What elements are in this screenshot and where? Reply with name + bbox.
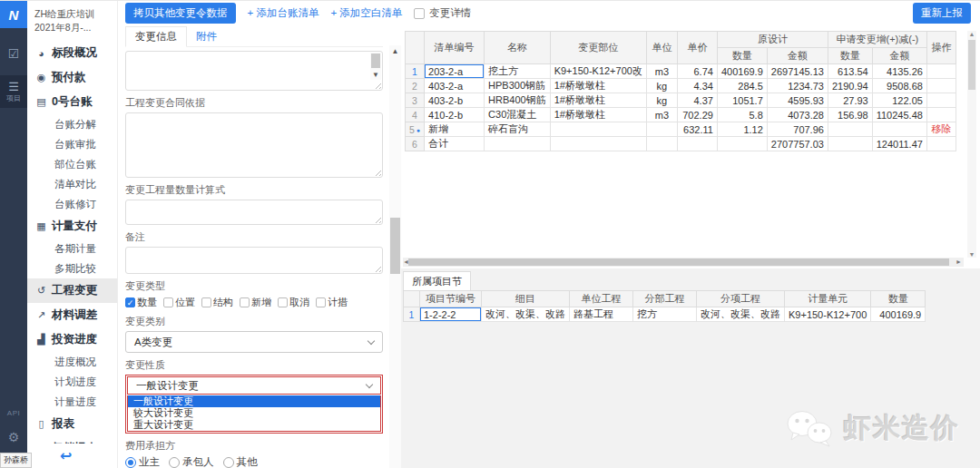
table-cell[interactable]: 122.05	[872, 93, 926, 108]
scrollbar-thumb[interactable]	[968, 40, 975, 90]
sidebar-item-18[interactable]: ▣归档报表	[27, 436, 117, 444]
sidebar-item-1[interactable]: ◉预付款	[27, 65, 117, 90]
table-cell[interactable]	[926, 137, 956, 151]
table-cell[interactable]: 1#桥墩墩柱	[550, 108, 646, 122]
table-cell[interactable]	[828, 137, 872, 151]
table-cell[interactable]: 403-2-b	[425, 93, 485, 108]
sidebar-item-2[interactable]: ▤0号台账	[27, 90, 117, 114]
table-cell[interactable]: 1-2-2-2	[420, 307, 482, 322]
table-cell[interactable]: 1.12	[717, 122, 767, 137]
table-cell[interactable]	[550, 122, 646, 137]
resize-grip-icon[interactable]	[373, 168, 381, 176]
change-nature-select[interactable]: 一般设计变更	[127, 376, 381, 395]
row-number[interactable]: 1	[406, 64, 425, 79]
cost-bearer-option[interactable]: 承包人	[169, 455, 214, 468]
sidebar-item-14[interactable]: 进度概况	[27, 352, 117, 372]
checkbox-icon[interactable]	[278, 297, 288, 307]
table-cell[interactable]: HRB400钢筋	[485, 93, 551, 108]
table-cell[interactable]: 613.54	[828, 64, 872, 79]
dropdown-option[interactable]: 一般设计变更	[128, 395, 380, 407]
cost-bearer-option[interactable]: 其他	[223, 455, 258, 468]
table-cell[interactable]: 284.5	[717, 79, 767, 93]
sidebar-item-5[interactable]: 部位台账	[27, 154, 117, 174]
scroll-down-icon[interactable]: ▼	[370, 71, 381, 80]
table-cell[interactable]: 6.74	[677, 64, 717, 79]
sidebar-item-4[interactable]: 台账审批	[27, 134, 117, 154]
table-cell[interactable]: 410-2-b	[425, 108, 485, 122]
table-cell[interactable]: 2190.94	[828, 79, 872, 93]
add-blank-list-button[interactable]: + 添加空白清单	[330, 6, 402, 20]
table-cell[interactable]: 203-2-a	[425, 64, 485, 79]
table-cell[interactable]: HPB300钢筋	[485, 79, 551, 93]
cost-bearer-option[interactable]: 业主	[125, 455, 160, 468]
table-cell[interactable]: 4073.28	[767, 108, 828, 122]
table-cell[interactable]: K9+150-K12+700	[785, 307, 871, 322]
table-cell[interactable]: 路基工程	[570, 307, 633, 322]
contract-basis-textarea[interactable]	[125, 112, 383, 178]
tasks-icon[interactable]: ☑	[8, 46, 20, 61]
row-number[interactable]: 2	[406, 79, 425, 93]
table-cell[interactable]: 5.8	[717, 108, 767, 122]
table-cell[interactable]: 4595.93	[767, 93, 828, 108]
table-cell[interactable]: 合计	[425, 137, 485, 151]
resize-grip-icon[interactable]	[373, 215, 381, 223]
sidebar-item-6[interactable]: 清单对比	[27, 174, 117, 194]
sidebar-item-3[interactable]: 台账分解	[27, 114, 117, 134]
table-cell[interactable]: 2697145.13	[767, 64, 828, 79]
resubmit-button[interactable]: 重新上报	[913, 3, 971, 24]
table-cell[interactable]: 707.96	[767, 122, 828, 137]
sidebar-item-11[interactable]: ↺工程变更	[27, 278, 117, 303]
row-number[interactable]: 6	[406, 137, 425, 151]
change-type-option[interactable]: 位置	[163, 296, 195, 309]
table-cell[interactable]	[646, 122, 677, 137]
table-cell[interactable]: 400169.9	[717, 64, 767, 79]
change-type-option[interactable]: ✓数量	[125, 296, 157, 309]
row-number[interactable]: 1	[404, 307, 420, 322]
change-detail-checkbox[interactable]: 变更详情	[414, 6, 471, 20]
table-cell[interactable]: 156.98	[828, 108, 872, 122]
table-cell[interactable]: 124011.47	[872, 137, 926, 151]
logout-icon[interactable]: ↩	[27, 444, 117, 468]
remove-action[interactable]: 移除	[926, 122, 956, 137]
sidebar-item-15[interactable]: 计划进度	[27, 372, 117, 392]
table-cell[interactable]	[926, 108, 956, 122]
table-cell[interactable]: 4.34	[677, 79, 717, 93]
checkbox-icon[interactable]	[201, 297, 211, 307]
table-cell[interactable]: 1#桥墩墩柱	[550, 79, 646, 93]
gear-icon[interactable]: ⚙	[8, 430, 20, 444]
sidebar-item-10[interactable]: 多期比较	[27, 258, 117, 278]
table-cell[interactable]	[926, 93, 956, 108]
table-cell[interactable]: m3	[646, 108, 677, 122]
checkbox-icon[interactable]	[414, 8, 425, 19]
table-cell[interactable]: 9508.68	[872, 79, 926, 93]
row-number[interactable]: 4	[406, 108, 425, 122]
table-cell[interactable]	[677, 137, 717, 151]
app-logo[interactable]: N	[0, 1, 27, 28]
radio-icon[interactable]	[223, 457, 234, 468]
tab-project-section[interactable]: 所属项目节	[403, 271, 471, 290]
table-cell[interactable]: kg	[646, 79, 677, 93]
add-ledger-list-button[interactable]: + 添加台账清单	[248, 6, 319, 20]
checkbox-icon[interactable]: ✓	[125, 297, 135, 307]
table-cell[interactable]: 4.37	[677, 93, 717, 108]
tab-attachments[interactable]: 附件	[187, 27, 226, 46]
table-cell[interactable]	[828, 122, 872, 137]
scroll-up-icon[interactable]: ▲	[967, 31, 976, 37]
table-cell[interactable]: 1234.73	[767, 79, 828, 93]
scroll-right-icon[interactable]: ►	[956, 258, 962, 267]
tab-change-info[interactable]: 变更信息	[125, 26, 187, 47]
sidebar-item-8[interactable]: ▦计量支付	[27, 214, 117, 239]
sidebar-item-16[interactable]: 计量进度	[27, 392, 117, 412]
table-cell[interactable]: 4135.26	[872, 64, 926, 79]
table-cell[interactable]: 403-2-a	[425, 79, 485, 93]
sidebar-item-13[interactable]: ▟投资进度	[27, 327, 117, 352]
change-type-option[interactable]: 结构	[201, 296, 233, 309]
dropdown-option[interactable]: 较大设计变更	[128, 407, 380, 419]
table-cell[interactable]	[926, 79, 956, 93]
table-cell[interactable]: C30混凝土	[485, 108, 551, 122]
table-cell[interactable]: 702.29	[677, 108, 717, 122]
change-type-option[interactable]: 取消	[278, 296, 309, 309]
table-cell[interactable]	[717, 137, 767, 151]
change-info-textarea[interactable]: ▼	[125, 51, 383, 91]
sidebar-item-0[interactable]: ◕标段概况	[27, 41, 117, 65]
